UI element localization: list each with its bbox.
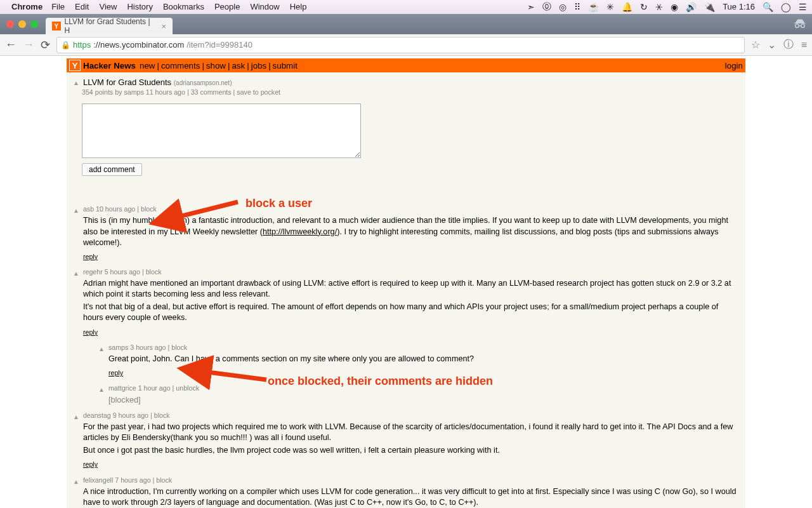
comment: ▲deanstag 9 hours ago | blockFor the pas… bbox=[73, 411, 739, 471]
volume-icon[interactable]: 🔊 bbox=[686, 2, 697, 12]
nav-comments[interactable]: comments bbox=[161, 61, 200, 70]
menu-edit[interactable]: Edit bbox=[75, 2, 89, 11]
notification-center-icon[interactable]: ☰ bbox=[799, 2, 807, 12]
bluetooth-icon[interactable]: ⚹ bbox=[655, 1, 663, 12]
menu-window[interactable]: Window bbox=[250, 2, 279, 11]
story-age[interactable]: 11 hours ago bbox=[146, 88, 185, 96]
menubar-app[interactable]: Chrome bbox=[11, 2, 43, 11]
spotlight-icon[interactable]: 🔍 bbox=[763, 2, 773, 12]
menu-help[interactable]: Help bbox=[290, 2, 307, 11]
comment-text: But once i got past the basic hurdles, t… bbox=[83, 445, 739, 456]
user-icon[interactable]: ◯ bbox=[781, 2, 791, 12]
status-icon[interactable]: ✳ bbox=[606, 2, 614, 12]
comment-user[interactable]: regehr bbox=[83, 268, 103, 276]
reply-link[interactable]: reply bbox=[83, 460, 98, 469]
upvote-icon[interactable]: ▲ bbox=[73, 206, 79, 215]
link[interactable]: http://llvmweekly.org/ bbox=[263, 227, 337, 236]
reply-link[interactable]: reply bbox=[83, 328, 98, 337]
comment: ▲samps 3 hours ago | blockGreat point, J… bbox=[98, 343, 739, 379]
star-icon[interactable]: ☆ bbox=[751, 39, 760, 51]
menu-bookmarks[interactable]: Bookmarks bbox=[163, 2, 204, 11]
nav-show[interactable]: show bbox=[206, 61, 226, 70]
story-author[interactable]: samps bbox=[124, 88, 143, 96]
comment-textarea[interactable] bbox=[82, 104, 361, 158]
upvote-icon[interactable]: ▲ bbox=[73, 413, 79, 422]
story-comments-link[interactable]: 33 comments bbox=[191, 88, 232, 96]
nav-submit[interactable]: submit bbox=[273, 61, 298, 70]
comment-text: Adrian might have mentioned an important… bbox=[83, 278, 739, 300]
close-tab-icon[interactable]: × bbox=[161, 22, 166, 31]
favicon-icon: Y bbox=[52, 22, 61, 30]
login-link[interactable]: login bbox=[725, 61, 743, 70]
status-icon[interactable]: ⓪ bbox=[542, 1, 551, 13]
reply-link[interactable]: reply bbox=[83, 252, 98, 261]
menubar-clock[interactable]: Tue 1:16 bbox=[723, 2, 755, 11]
menu-icon[interactable]: ≡ bbox=[801, 39, 807, 51]
page-content: Y Hacker News new| comments| show| ask| … bbox=[0, 56, 812, 508]
comment-user[interactable]: samps bbox=[108, 344, 128, 351]
maximize-window-button[interactable] bbox=[30, 20, 38, 28]
menu-file[interactable]: File bbox=[51, 2, 65, 11]
comment-text: Great point, John. Can I have a comments… bbox=[108, 354, 739, 364]
upvote-icon[interactable]: ▲ bbox=[73, 478, 79, 486]
comment-text: For the past year, i had two projects wh… bbox=[83, 422, 739, 443]
comment-user[interactable]: asb bbox=[83, 205, 94, 213]
notification-icon[interactable]: 🔔 bbox=[622, 2, 632, 12]
hn-body: ▲ LLVM for Grad Students (adriansampson.… bbox=[67, 72, 745, 508]
hn-header: Y Hacker News new| comments| show| ask| … bbox=[67, 58, 745, 72]
block-link[interactable]: block bbox=[156, 476, 172, 484]
back-button[interactable]: ← bbox=[5, 38, 16, 52]
status-icon[interactable]: ➣ bbox=[527, 2, 535, 12]
story-heading: ▲ LLVM for Grad Students (adriansampson.… bbox=[73, 77, 739, 87]
comment-user[interactable]: felixangell bbox=[83, 476, 113, 484]
nav-new[interactable]: new bbox=[140, 61, 155, 70]
comment-head: samps 3 hours ago | block bbox=[108, 343, 739, 352]
block-link[interactable]: block bbox=[171, 344, 187, 351]
hn-logo[interactable]: Y bbox=[69, 60, 81, 71]
story-site: (adriansampson.net) bbox=[174, 79, 232, 86]
url-host: ://news.ycombinator.com bbox=[93, 40, 184, 50]
browser-toolbar: ← → ⟳ 🔒 https://news.ycombinator.com/ite… bbox=[0, 34, 812, 56]
pocket-icon[interactable]: ⌄ bbox=[768, 39, 776, 51]
upvote-icon[interactable]: ▲ bbox=[73, 79, 79, 86]
story-title[interactable]: LLVM for Grad Students (adriansampson.ne… bbox=[83, 77, 232, 87]
browser-tab[interactable]: Y LLVM for Grad Students | H × bbox=[46, 18, 173, 34]
nav-jobs[interactable]: jobs bbox=[251, 61, 266, 70]
menu-view[interactable]: View bbox=[99, 2, 117, 11]
save-pocket-link[interactable]: save to pocket bbox=[237, 88, 280, 96]
status-icon[interactable]: ☕ bbox=[588, 2, 599, 12]
forward-button[interactable]: → bbox=[23, 38, 34, 52]
nav-ask[interactable]: ask bbox=[232, 61, 245, 70]
battery-icon[interactable]: 🔌 bbox=[704, 2, 715, 12]
minimize-window-button[interactable] bbox=[18, 20, 26, 28]
close-window-button[interactable] bbox=[6, 20, 14, 28]
nav-buttons: ← → ⟳ bbox=[5, 38, 50, 52]
comment-text: It's not that big of a deal, but active … bbox=[83, 302, 739, 323]
menu-people[interactable]: People bbox=[214, 2, 240, 11]
upvote-icon[interactable]: ▲ bbox=[73, 269, 79, 278]
extension-icon[interactable]: ⓘ bbox=[783, 38, 794, 51]
url-protocol: https bbox=[73, 40, 91, 50]
reload-button[interactable]: ⟳ bbox=[41, 38, 50, 52]
status-icon[interactable]: ⠿ bbox=[574, 2, 580, 12]
status-icon[interactable]: ◎ bbox=[559, 2, 566, 12]
block-link[interactable]: unblock bbox=[176, 384, 199, 392]
reply-link[interactable]: reply bbox=[108, 368, 123, 377]
comment-user[interactable]: deanstag bbox=[83, 411, 111, 419]
block-link[interactable]: block bbox=[146, 268, 162, 276]
upvote-icon[interactable]: ▲ bbox=[98, 345, 105, 354]
macos-menubar: Chrome File Edit View History Bookmarks … bbox=[0, 0, 812, 14]
upvote-icon[interactable]: ▲ bbox=[98, 385, 105, 394]
comment: ▲mattgrice 1 hour ago | unblock[blocked] bbox=[98, 384, 739, 406]
address-bar[interactable]: 🔒 https://news.ycombinator.com/item?id=9… bbox=[56, 37, 745, 53]
menu-history[interactable]: History bbox=[127, 2, 152, 11]
add-comment-button[interactable]: add comment bbox=[82, 163, 142, 176]
comment-user[interactable]: mattgrice bbox=[108, 384, 136, 392]
timemachine-icon[interactable]: ↻ bbox=[640, 2, 648, 12]
hn-brand[interactable]: Hacker News bbox=[83, 61, 136, 70]
story-points: 354 points bbox=[82, 88, 113, 96]
block-link[interactable]: block bbox=[141, 205, 157, 213]
wifi-icon[interactable]: ◉ bbox=[671, 2, 678, 12]
block-link[interactable]: block bbox=[154, 411, 170, 419]
comment: ▲asb 10 hours ago | blockThis is (in my … bbox=[73, 204, 739, 262]
